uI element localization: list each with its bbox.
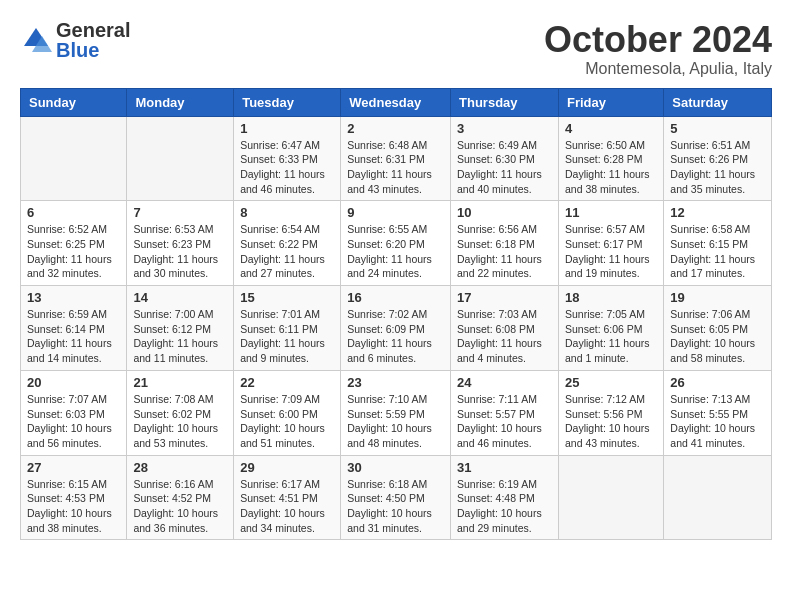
weekday-header: Wednesday bbox=[341, 88, 451, 116]
calendar-cell: 8Sunrise: 6:54 AMSunset: 6:22 PMDaylight… bbox=[234, 201, 341, 286]
day-number: 28 bbox=[133, 460, 227, 475]
day-info: Sunrise: 6:57 AMSunset: 6:17 PMDaylight:… bbox=[565, 222, 657, 281]
calendar-week-row: 6Sunrise: 6:52 AMSunset: 6:25 PMDaylight… bbox=[21, 201, 772, 286]
calendar-cell: 15Sunrise: 7:01 AMSunset: 6:11 PMDayligh… bbox=[234, 286, 341, 371]
day-info: Sunrise: 6:55 AMSunset: 6:20 PMDaylight:… bbox=[347, 222, 444, 281]
day-info: Sunrise: 7:12 AMSunset: 5:56 PMDaylight:… bbox=[565, 392, 657, 451]
weekday-header-row: SundayMondayTuesdayWednesdayThursdayFrid… bbox=[21, 88, 772, 116]
day-number: 8 bbox=[240, 205, 334, 220]
calendar-cell: 6Sunrise: 6:52 AMSunset: 6:25 PMDaylight… bbox=[21, 201, 127, 286]
calendar-cell: 31Sunrise: 6:19 AMSunset: 4:48 PMDayligh… bbox=[451, 455, 559, 540]
calendar-table: SundayMondayTuesdayWednesdayThursdayFrid… bbox=[20, 88, 772, 541]
day-info: Sunrise: 7:02 AMSunset: 6:09 PMDaylight:… bbox=[347, 307, 444, 366]
day-info: Sunrise: 6:51 AMSunset: 6:26 PMDaylight:… bbox=[670, 138, 765, 197]
calendar-week-row: 27Sunrise: 6:15 AMSunset: 4:53 PMDayligh… bbox=[21, 455, 772, 540]
calendar-cell: 2Sunrise: 6:48 AMSunset: 6:31 PMDaylight… bbox=[341, 116, 451, 201]
calendar-cell: 4Sunrise: 6:50 AMSunset: 6:28 PMDaylight… bbox=[558, 116, 663, 201]
calendar-cell: 11Sunrise: 6:57 AMSunset: 6:17 PMDayligh… bbox=[558, 201, 663, 286]
day-number: 20 bbox=[27, 375, 120, 390]
month-title: October 2024 bbox=[544, 20, 772, 60]
day-number: 29 bbox=[240, 460, 334, 475]
day-info: Sunrise: 6:17 AMSunset: 4:51 PMDaylight:… bbox=[240, 477, 334, 536]
day-number: 3 bbox=[457, 121, 552, 136]
weekday-header: Saturday bbox=[664, 88, 772, 116]
day-info: Sunrise: 6:48 AMSunset: 6:31 PMDaylight:… bbox=[347, 138, 444, 197]
calendar-cell: 1Sunrise: 6:47 AMSunset: 6:33 PMDaylight… bbox=[234, 116, 341, 201]
calendar-week-row: 13Sunrise: 6:59 AMSunset: 6:14 PMDayligh… bbox=[21, 286, 772, 371]
day-info: Sunrise: 7:10 AMSunset: 5:59 PMDaylight:… bbox=[347, 392, 444, 451]
day-number: 5 bbox=[670, 121, 765, 136]
day-info: Sunrise: 6:16 AMSunset: 4:52 PMDaylight:… bbox=[133, 477, 227, 536]
day-info: Sunrise: 6:50 AMSunset: 6:28 PMDaylight:… bbox=[565, 138, 657, 197]
weekday-header: Thursday bbox=[451, 88, 559, 116]
day-number: 18 bbox=[565, 290, 657, 305]
weekday-header: Friday bbox=[558, 88, 663, 116]
day-number: 10 bbox=[457, 205, 552, 220]
day-info: Sunrise: 6:15 AMSunset: 4:53 PMDaylight:… bbox=[27, 477, 120, 536]
day-info: Sunrise: 7:01 AMSunset: 6:11 PMDaylight:… bbox=[240, 307, 334, 366]
location-title: Montemesola, Apulia, Italy bbox=[544, 60, 772, 78]
day-number: 7 bbox=[133, 205, 227, 220]
day-info: Sunrise: 6:53 AMSunset: 6:23 PMDaylight:… bbox=[133, 222, 227, 281]
calendar-cell: 12Sunrise: 6:58 AMSunset: 6:15 PMDayligh… bbox=[664, 201, 772, 286]
calendar-cell bbox=[21, 116, 127, 201]
day-info: Sunrise: 6:52 AMSunset: 6:25 PMDaylight:… bbox=[27, 222, 120, 281]
day-number: 26 bbox=[670, 375, 765, 390]
day-info: Sunrise: 7:03 AMSunset: 6:08 PMDaylight:… bbox=[457, 307, 552, 366]
day-number: 24 bbox=[457, 375, 552, 390]
day-info: Sunrise: 7:11 AMSunset: 5:57 PMDaylight:… bbox=[457, 392, 552, 451]
weekday-header: Monday bbox=[127, 88, 234, 116]
day-number: 9 bbox=[347, 205, 444, 220]
calendar-cell: 20Sunrise: 7:07 AMSunset: 6:03 PMDayligh… bbox=[21, 370, 127, 455]
calendar-week-row: 20Sunrise: 7:07 AMSunset: 6:03 PMDayligh… bbox=[21, 370, 772, 455]
logo-icon bbox=[20, 26, 52, 54]
day-number: 25 bbox=[565, 375, 657, 390]
day-number: 12 bbox=[670, 205, 765, 220]
day-info: Sunrise: 6:47 AMSunset: 6:33 PMDaylight:… bbox=[240, 138, 334, 197]
calendar-cell: 18Sunrise: 7:05 AMSunset: 6:06 PMDayligh… bbox=[558, 286, 663, 371]
calendar-cell: 25Sunrise: 7:12 AMSunset: 5:56 PMDayligh… bbox=[558, 370, 663, 455]
day-info: Sunrise: 7:13 AMSunset: 5:55 PMDaylight:… bbox=[670, 392, 765, 451]
calendar-cell: 10Sunrise: 6:56 AMSunset: 6:18 PMDayligh… bbox=[451, 201, 559, 286]
calendar-cell: 23Sunrise: 7:10 AMSunset: 5:59 PMDayligh… bbox=[341, 370, 451, 455]
day-info: Sunrise: 7:09 AMSunset: 6:00 PMDaylight:… bbox=[240, 392, 334, 451]
weekday-header: Tuesday bbox=[234, 88, 341, 116]
day-number: 19 bbox=[670, 290, 765, 305]
day-number: 2 bbox=[347, 121, 444, 136]
day-info: Sunrise: 6:54 AMSunset: 6:22 PMDaylight:… bbox=[240, 222, 334, 281]
calendar-cell: 5Sunrise: 6:51 AMSunset: 6:26 PMDaylight… bbox=[664, 116, 772, 201]
calendar-cell: 3Sunrise: 6:49 AMSunset: 6:30 PMDaylight… bbox=[451, 116, 559, 201]
day-info: Sunrise: 6:19 AMSunset: 4:48 PMDaylight:… bbox=[457, 477, 552, 536]
page-header: General Blue October 2024 Montemesola, A… bbox=[20, 20, 772, 78]
day-number: 23 bbox=[347, 375, 444, 390]
calendar-cell: 14Sunrise: 7:00 AMSunset: 6:12 PMDayligh… bbox=[127, 286, 234, 371]
calendar-cell: 17Sunrise: 7:03 AMSunset: 6:08 PMDayligh… bbox=[451, 286, 559, 371]
day-number: 14 bbox=[133, 290, 227, 305]
day-number: 11 bbox=[565, 205, 657, 220]
day-info: Sunrise: 6:56 AMSunset: 6:18 PMDaylight:… bbox=[457, 222, 552, 281]
logo: General Blue bbox=[20, 20, 130, 60]
calendar-cell: 9Sunrise: 6:55 AMSunset: 6:20 PMDaylight… bbox=[341, 201, 451, 286]
calendar-cell: 27Sunrise: 6:15 AMSunset: 4:53 PMDayligh… bbox=[21, 455, 127, 540]
day-number: 13 bbox=[27, 290, 120, 305]
day-info: Sunrise: 7:06 AMSunset: 6:05 PMDaylight:… bbox=[670, 307, 765, 366]
title-section: October 2024 Montemesola, Apulia, Italy bbox=[544, 20, 772, 78]
day-number: 1 bbox=[240, 121, 334, 136]
calendar-cell bbox=[664, 455, 772, 540]
day-info: Sunrise: 6:18 AMSunset: 4:50 PMDaylight:… bbox=[347, 477, 444, 536]
day-number: 6 bbox=[27, 205, 120, 220]
day-info: Sunrise: 6:49 AMSunset: 6:30 PMDaylight:… bbox=[457, 138, 552, 197]
calendar-cell: 21Sunrise: 7:08 AMSunset: 6:02 PMDayligh… bbox=[127, 370, 234, 455]
day-info: Sunrise: 7:07 AMSunset: 6:03 PMDaylight:… bbox=[27, 392, 120, 451]
calendar-cell: 29Sunrise: 6:17 AMSunset: 4:51 PMDayligh… bbox=[234, 455, 341, 540]
day-info: Sunrise: 7:05 AMSunset: 6:06 PMDaylight:… bbox=[565, 307, 657, 366]
calendar-cell: 24Sunrise: 7:11 AMSunset: 5:57 PMDayligh… bbox=[451, 370, 559, 455]
calendar-cell bbox=[558, 455, 663, 540]
day-number: 17 bbox=[457, 290, 552, 305]
day-number: 21 bbox=[133, 375, 227, 390]
day-info: Sunrise: 7:00 AMSunset: 6:12 PMDaylight:… bbox=[133, 307, 227, 366]
calendar-cell: 16Sunrise: 7:02 AMSunset: 6:09 PMDayligh… bbox=[341, 286, 451, 371]
day-number: 15 bbox=[240, 290, 334, 305]
calendar-cell: 13Sunrise: 6:59 AMSunset: 6:14 PMDayligh… bbox=[21, 286, 127, 371]
weekday-header: Sunday bbox=[21, 88, 127, 116]
